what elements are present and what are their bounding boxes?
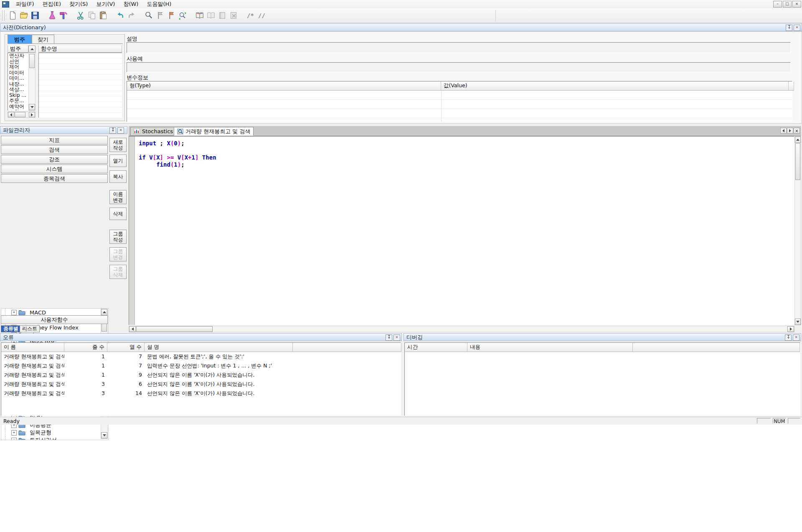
tab-by-type[interactable]: 종류별 [1, 325, 21, 332]
book-closed-icon[interactable] [216, 10, 228, 21]
error-desc: 선언되지 않은 이름 'X'이(가) 사용되었습니다. [145, 389, 293, 398]
tree-item-투자심리선[interactable]: +투자심리선 [1, 436, 108, 440]
cut-icon[interactable] [75, 10, 86, 21]
pin-icon[interactable] [785, 334, 792, 341]
category-item[interactable]: 데이... [8, 76, 28, 81]
maximize-icon[interactable]: □ [783, 1, 792, 8]
side-button-2[interactable]: 복사 [109, 170, 127, 183]
category-item[interactable]: Skip ... [8, 93, 28, 99]
close-icon[interactable]: × [117, 127, 124, 134]
comment-line-icon[interactable]: // [256, 10, 267, 21]
category-item[interactable]: 데이터 [8, 70, 28, 76]
tree-item-label: 일목균형 [30, 429, 51, 436]
error-row[interactable]: 거래량 현재봉최고 및 검색17입력변수 문장 선언법: 'Input : 변수… [1, 361, 401, 370]
tab-stochastics[interactable]: Stochastics [130, 127, 176, 136]
category-item[interactable]: 수학 [8, 109, 28, 111]
book-delete-icon[interactable] [228, 10, 239, 21]
expand-icon[interactable]: + [11, 438, 17, 441]
category-item[interactable]: 내장... [8, 81, 28, 87]
category-item[interactable]: 선언 [8, 59, 28, 65]
side-button-5[interactable]: 그룹 작성 [109, 230, 127, 244]
menu-item-2[interactable]: 찾기(S) [65, 0, 92, 9]
close-icon[interactable]: × [393, 334, 400, 341]
category-column-header[interactable]: 범주 [8, 46, 28, 53]
find-in-files-icon[interactable] [177, 10, 188, 21]
tab-list[interactable]: 리스트 [20, 325, 40, 332]
varinfo-col-value[interactable]: 값(Value) [441, 81, 789, 91]
error-row[interactable]: 거래량 현재봉최고 및 검색17문법 에러, 잘못된 토큰';', 올 수 있는… [1, 352, 401, 361]
side-button-1[interactable]: 열기 [109, 155, 127, 167]
pin-icon[interactable] [109, 127, 116, 134]
editor-hscrollbar[interactable] [129, 326, 794, 332]
nav-button-1[interactable]: 검색 [1, 145, 108, 154]
side-button-3[interactable]: 이름 변경 [109, 190, 127, 204]
tab-close-icon[interactable]: × [794, 128, 800, 134]
pin-icon[interactable] [386, 334, 392, 341]
errors-col-3[interactable]: 설 명 [145, 343, 293, 352]
errors-col-1[interactable]: 줄 수 [64, 343, 107, 352]
menu-item-1[interactable]: 편집(E) [38, 0, 65, 9]
menu-item-4[interactable]: 창(W) [119, 0, 142, 9]
error-row[interactable]: 거래량 현재봉최고 및 검색314선언되지 않은 이름 'X'이(가) 사용되었… [1, 389, 401, 398]
errors-col-0[interactable]: 이 름 [1, 343, 64, 352]
expand-icon[interactable]: + [11, 310, 17, 315]
code-editor-surface[interactable]: input ; X(0);if V[X] >= V[X+1] Then find… [129, 136, 794, 325]
tree-item-일목균형[interactable]: +일목균형 [1, 429, 108, 436]
expand-icon[interactable]: + [11, 430, 17, 436]
tab-scroll-left-icon[interactable] [780, 128, 787, 134]
redo-icon[interactable] [126, 10, 137, 21]
tab-scroll-right-icon[interactable] [787, 128, 793, 134]
save-file-icon[interactable] [29, 10, 41, 21]
open-file-icon[interactable] [18, 10, 29, 21]
errors-col-2[interactable]: 열 수 [107, 343, 145, 352]
menu-item-5[interactable]: 도움말(H) [142, 0, 175, 9]
side-button-4[interactable]: 삭제 [109, 208, 127, 220]
side-button-0[interactable]: 새로 작성 [109, 138, 127, 152]
category-vscrollbar[interactable] [28, 53, 36, 111]
new-file-icon[interactable] [7, 10, 18, 21]
close-icon[interactable]: × [792, 1, 801, 8]
function-column-header[interactable]: 함수명 [38, 46, 122, 53]
category-item[interactable]: 제어 [8, 64, 28, 70]
user-function-button[interactable]: 사용자함수 [1, 315, 108, 324]
category-item[interactable]: 주문... [8, 98, 28, 104]
tab-find[interactable]: 찾기 [32, 35, 54, 44]
book-open-icon[interactable] [205, 10, 216, 21]
pin-icon[interactable] [786, 25, 792, 31]
application-window: 파일(F)편집(E)찾기(S)보기(V)창(W)도움말(H) – □ × /*/… [0, 0, 802, 424]
menu-item-3[interactable]: 보기(V) [92, 0, 119, 9]
toolbar-grip[interactable] [2, 10, 5, 20]
error-row[interactable]: 거래량 현재봉최고 및 검색36선언되지 않은 이름 'X'이(가) 사용되었습… [1, 380, 401, 389]
syntax-check-flask-icon[interactable] [46, 10, 58, 21]
category-hscrollbar[interactable] [8, 111, 36, 118]
varinfo-col-type[interactable]: 형(Type) [127, 81, 441, 91]
nav-button-0[interactable]: 지표 [1, 136, 108, 144]
scroll-up-icon[interactable] [28, 46, 36, 53]
minimize-icon[interactable]: – [773, 1, 782, 8]
category-item[interactable]: 예약어 [8, 104, 28, 110]
find-next-icon[interactable] [165, 10, 177, 21]
copy-icon[interactable] [86, 10, 97, 21]
menu-item-0[interactable]: 파일(F) [12, 0, 38, 9]
function-list[interactable] [38, 53, 122, 118]
nav-button-2[interactable]: 강조 [1, 155, 108, 164]
undo-icon[interactable] [114, 10, 126, 21]
tab-category[interactable]: 범주 [8, 35, 32, 44]
close-icon[interactable]: × [793, 334, 799, 341]
find-previous-icon[interactable] [154, 10, 165, 21]
comment-block-icon[interactable]: /* [245, 10, 256, 21]
debug-col-time[interactable]: 시간 [405, 343, 467, 352]
debug-col-content[interactable]: 내용 [467, 343, 633, 352]
find-icon[interactable] [143, 10, 154, 21]
editor-vscrollbar[interactable] [794, 136, 801, 325]
nav-button-3[interactable]: 시스템 [1, 165, 108, 173]
category-item[interactable]: 연산자 [8, 53, 28, 59]
dictionary-book-icon[interactable] [194, 10, 205, 21]
compile-tools-icon[interactable] [58, 10, 69, 21]
close-icon[interactable]: × [794, 25, 800, 31]
paste-icon[interactable] [97, 10, 109, 21]
error-row[interactable]: 거래량 현재봉최고 및 검색19선언되지 않은 이름 'X'이(가) 사용되었습… [1, 370, 401, 380]
category-item[interactable]: 색상... [8, 87, 28, 93]
nav-button-4[interactable]: 종목검색 [1, 174, 108, 183]
tab-volume-search[interactable]: 거래량 현재봉최고 및 검색 [174, 127, 254, 136]
